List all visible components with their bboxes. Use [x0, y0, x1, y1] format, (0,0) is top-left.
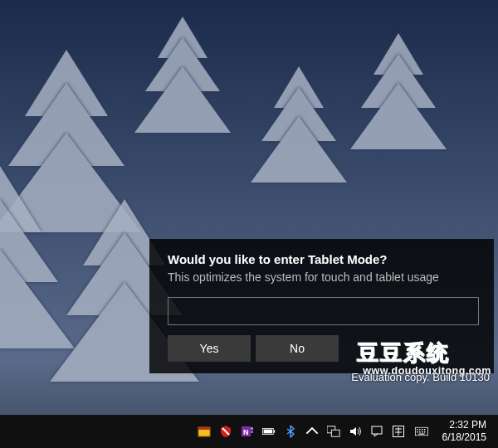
- svg-rect-5: [251, 427, 253, 430]
- yes-button[interactable]: Yes: [168, 335, 251, 362]
- action-center-icon[interactable]: [366, 415, 388, 448]
- svg-rect-23: [419, 431, 420, 432]
- svg-rect-18: [417, 429, 417, 430]
- taskbar: N: [0, 415, 498, 448]
- no-button[interactable]: No: [256, 335, 339, 362]
- onenote-icon[interactable]: N: [237, 415, 258, 448]
- svg-rect-25: [424, 431, 425, 432]
- svg-rect-20: [422, 429, 422, 430]
- svg-rect-21: [424, 429, 425, 430]
- svg-rect-19: [419, 429, 420, 430]
- svg-rect-6: [251, 431, 253, 433]
- security-center-icon[interactable]: [193, 415, 215, 448]
- svg-rect-24: [422, 431, 422, 432]
- toast-dropdown[interactable]: [168, 297, 479, 325]
- battery-icon[interactable]: [258, 415, 280, 448]
- svg-rect-9: [263, 430, 271, 434]
- ime-indicator-icon[interactable]: [388, 415, 409, 448]
- shield-alert-icon[interactable]: [215, 415, 237, 448]
- svg-rect-1: [198, 427, 210, 430]
- bluetooth-icon[interactable]: [280, 415, 301, 448]
- network-icon[interactable]: [323, 415, 344, 448]
- touch-keyboard-icon[interactable]: [409, 415, 434, 448]
- svg-rect-22: [417, 431, 417, 432]
- watermark-site-name: 豆豆系统: [357, 338, 450, 368]
- clock-date: 6/18/2015: [442, 431, 486, 444]
- svg-rect-8: [273, 430, 275, 432]
- svg-rect-12: [372, 426, 382, 434]
- svg-text:N: N: [243, 428, 249, 436]
- tray-overflow-button[interactable]: [301, 415, 323, 448]
- taskbar-clock[interactable]: 2:32 PM 6/18/2015: [434, 419, 491, 444]
- clock-time: 2:32 PM: [442, 419, 486, 431]
- evaluation-watermark: Evaluation copy. Build 10130: [351, 371, 490, 383]
- desktop-background: Would you like to enter Tablet Mode? Thi…: [0, 0, 498, 448]
- system-tray: N: [193, 415, 491, 448]
- toast-body: This optimizes the system for touch and …: [168, 270, 479, 285]
- svg-rect-11: [331, 430, 339, 436]
- toast-title: Would you like to enter Tablet Mode?: [168, 252, 479, 266]
- svg-rect-26: [418, 434, 424, 435]
- volume-icon[interactable]: [344, 415, 366, 448]
